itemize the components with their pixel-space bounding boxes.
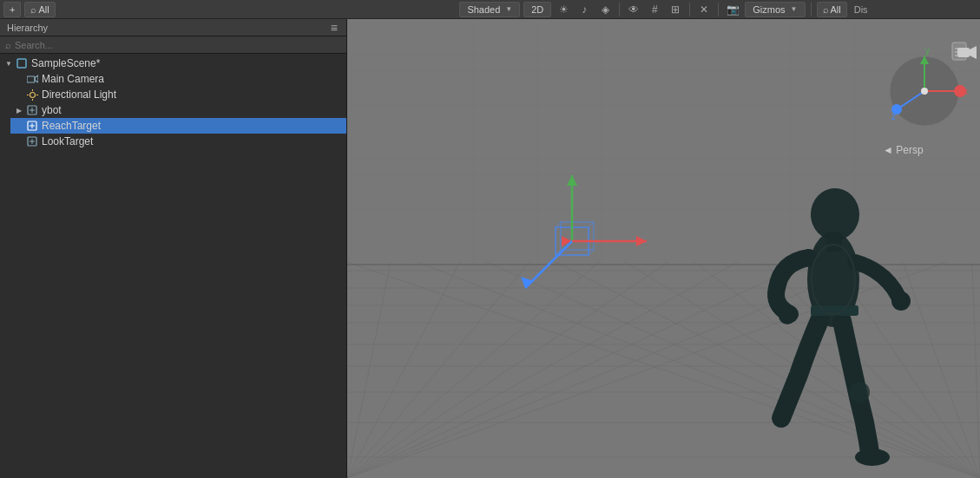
2d-label: 2D: [531, 4, 543, 15]
svg-rect-106: [957, 48, 970, 57]
scene-search-label: All: [831, 4, 841, 15]
shading-chevron: ▼: [505, 5, 512, 13]
gizmos-chevron: ▼: [791, 5, 798, 13]
svg-point-75: [891, 291, 911, 311]
svg-rect-1: [27, 76, 35, 82]
search-label: All: [38, 4, 49, 15]
scene-view[interactable]: x y z ◄ Persp: [347, 19, 980, 478]
svg-point-3: [30, 92, 35, 97]
snap-icon[interactable]: ✕: [695, 2, 713, 17]
display-label: Dis: [854, 4, 868, 15]
look-target-label: LookTarget: [42, 135, 93, 147]
search-icon: ⌕: [30, 4, 36, 15]
hierarchy-search-input[interactable]: [15, 40, 341, 50]
expand-arrow-ybot[interactable]: [14, 105, 24, 115]
scene-svg: x y z ◄ Persp: [347, 19, 980, 478]
tree-item-directional-light[interactable]: Directional Light: [10, 87, 346, 102]
main-area: Hierarchy ≡ ⌕ SampleScene*: [0, 19, 980, 478]
hierarchy-search-icon: ⌕: [5, 40, 11, 50]
sep4: [811, 3, 812, 16]
hierarchy-header: Hierarchy ≡: [0, 19, 346, 36]
toolbar-left: + ⌕ All: [0, 2, 347, 17]
svg-rect-70: [826, 234, 842, 252]
shading-dropdown[interactable]: Shaded ▼: [459, 2, 520, 17]
camera-label: Main Camera: [42, 73, 104, 85]
hierarchy-menu-btn[interactable]: ≡: [329, 22, 339, 34]
hierarchy-search-bar[interactable]: ⌕: [0, 36, 346, 54]
svg-point-71: [855, 449, 890, 466]
tree-item-sample-scene[interactable]: SampleScene*: [0, 56, 346, 71]
scene-search-icon: ⌕: [823, 4, 829, 15]
add-button[interactable]: +: [3, 2, 21, 17]
reach-target-label: ReachTarget: [42, 120, 101, 132]
eye-icon[interactable]: 👁: [625, 2, 642, 17]
tree-item-look-target[interactable]: LookTarget: [10, 134, 346, 149]
svg-point-97: [921, 88, 928, 95]
top-toolbar: + ⌕ All Shaded ▼ 2D ☀ ♪ ◈ 👁 # ⊞ ✕ 📷 Gizm…: [0, 0, 980, 19]
expand-arrow-scene[interactable]: [3, 58, 14, 69]
ybot-label: ybot: [42, 104, 62, 116]
light-icon: [26, 88, 38, 101]
svg-point-72: [849, 382, 870, 403]
light-label: Directional Light: [42, 88, 116, 101]
sep3: [718, 3, 719, 16]
2d-button[interactable]: 2D: [523, 2, 551, 17]
hierarchy-tree: SampleScene* Main Camera: [0, 54, 346, 478]
svg-point-76: [779, 307, 796, 324]
tree-item-main-camera[interactable]: Main Camera: [10, 71, 346, 87]
gizmos-dropdown[interactable]: Gizmos ▼: [745, 2, 805, 17]
effects-icon[interactable]: ◈: [596, 2, 614, 17]
gizmos-label: Gizmos: [753, 4, 785, 15]
search-button[interactable]: ⌕ All: [24, 2, 55, 17]
scene-toolbar-center: Shaded ▼ 2D ☀ ♪ ◈ 👁 # ⊞ ✕ 📷 Gizmos ▼ ⌕ A…: [347, 2, 980, 17]
camera-icon: [26, 73, 38, 85]
audio-icon[interactable]: ♪: [576, 2, 593, 17]
svg-text:z: z: [891, 112, 896, 121]
grid-icon2[interactable]: ⊞: [667, 2, 684, 17]
gameobject-icon-ybot: [26, 104, 38, 116]
scene-lighting-icon[interactable]: ☀: [555, 2, 572, 17]
hierarchy-title: Hierarchy: [7, 23, 48, 33]
sep1: [619, 3, 620, 16]
scene-label: SampleScene*: [31, 57, 100, 69]
svg-text:x: x: [964, 87, 968, 96]
svg-text:◄ Persp: ◄ Persp: [883, 144, 924, 156]
shading-label: Shaded: [467, 4, 500, 15]
camera-icon[interactable]: 📷: [724, 2, 741, 17]
tree-item-ybot[interactable]: ybot: [10, 102, 346, 118]
gameobject-icon-look: [26, 135, 38, 147]
svg-point-69: [811, 188, 859, 240]
grid-icon[interactable]: #: [646, 2, 663, 17]
scene-search-btn[interactable]: ⌕ All: [817, 2, 847, 17]
svg-rect-17: [347, 19, 980, 478]
tree-item-reach-target[interactable]: ReachTarget: [10, 118, 346, 134]
sep2: [689, 3, 690, 16]
scene-icon: [16, 57, 28, 69]
svg-text:y: y: [925, 46, 930, 56]
svg-rect-0: [17, 59, 26, 68]
hierarchy-panel: Hierarchy ≡ ⌕ SampleScene*: [0, 19, 347, 478]
gameobject-icon-reach: [26, 120, 38, 132]
